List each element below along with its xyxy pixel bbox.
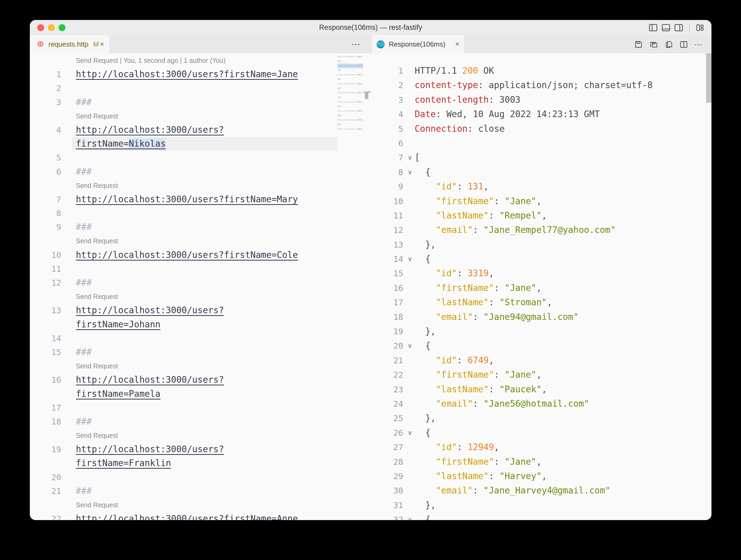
send-request-codelens[interactable]: Send Request <box>76 234 118 248</box>
editor-row: firstName=Franklin <box>30 456 371 470</box>
line-number: 15 <box>372 266 403 281</box>
editor-requests-http[interactable]: Send Request | You, 1 second ago | 1 aut… <box>30 54 371 520</box>
titlebar-separator <box>689 23 690 32</box>
request-url-link[interactable]: http://localhost:3000/users?firstName=Ja… <box>76 69 298 79</box>
line-number: 6 <box>30 165 61 179</box>
save-icon[interactable] <box>634 40 643 49</box>
editor-row: Send Request | You, 1 second ago | 1 aut… <box>30 54 371 67</box>
editor-row: Send Request <box>30 179 371 193</box>
rest-client-icon: {REST}Client <box>377 41 385 49</box>
line-number: 29 <box>372 469 403 483</box>
send-request-codelens[interactable]: Send Request | You, 1 second ago | 1 aut… <box>76 54 226 67</box>
titlebar: Response(106ms) — rest-fastify <box>30 20 712 36</box>
fold-chevron-icon[interactable]: ∨ <box>405 512 415 520</box>
code-token: content-length <box>415 94 489 105</box>
line-number: 23 <box>372 382 403 397</box>
line-number: 30 <box>372 483 403 498</box>
send-request-codelens[interactable]: Send Request <box>76 179 118 193</box>
request-url-link[interactable]: firstName=Franklin <box>76 458 171 468</box>
request-url-link[interactable]: http://localhost:3000/users?firstName=Co… <box>76 250 298 260</box>
code-token: OK <box>478 65 494 76</box>
line-number: 12 <box>372 223 403 237</box>
request-url-link[interactable]: http://localhost:3000/users?firstName=Ma… <box>76 194 298 204</box>
editor-row: 7http://localhost:3000/users?firstName=M… <box>30 193 371 206</box>
more-actions-icon[interactable]: ⋯ <box>694 40 703 49</box>
request-url-link[interactable]: http://localhost:3000/users? <box>76 305 224 316</box>
send-request-codelens[interactable]: Send Request <box>76 498 118 512</box>
more-actions-icon[interactable]: ⋯ <box>351 39 361 50</box>
send-request-codelens[interactable]: Send Request <box>76 290 118 303</box>
code-token: : <box>489 297 499 307</box>
tab-response[interactable]: {REST}Client Response(106ms) × <box>372 35 464 54</box>
request-url-link[interactable]: http://localhost:3000/users? <box>76 374 224 385</box>
line-number: 14 <box>372 252 403 266</box>
line-number: 3 <box>372 93 403 107</box>
code-token: "email" <box>436 485 473 496</box>
copy-response-icon[interactable] <box>665 40 673 49</box>
editor-row: Send Request <box>30 498 371 512</box>
editor-row: 18### <box>30 415 371 428</box>
code-token: : application/json; charset=utf-8 <box>478 80 653 90</box>
request-url-link[interactable]: http://localhost:3000/users?firstName=An… <box>76 513 298 520</box>
close-tab-icon[interactable]: × <box>455 41 459 48</box>
code-token: : <box>457 181 468 192</box>
code-token: "id" <box>436 181 457 192</box>
fold-chevron-icon[interactable]: ∨ <box>405 165 415 180</box>
code-token: , <box>536 283 542 293</box>
line-number: 17 <box>30 401 61 415</box>
right-scrollbar-thumb[interactable] <box>706 54 712 103</box>
minimap[interactable]: http://localhost:3000/users?firstName=Ja… <box>337 55 363 520</box>
fold-chevron-icon[interactable]: ∨ <box>405 426 415 440</box>
code-token: "firstName" <box>436 457 494 467</box>
line-number: 6 <box>372 136 403 150</box>
code-token: : <box>494 196 504 206</box>
editor-response[interactable]: 1HTTP/1.1 200 OK2content-type: applicati… <box>372 54 712 520</box>
request-url-link[interactable]: http://localhost:3000/users? <box>76 125 224 135</box>
tab-requests-http[interactable]: requests.http M × <box>30 35 110 54</box>
minimap-line: ### <box>337 86 363 91</box>
minimap-line: http://localhost:3000/users?firstName=Ma… <box>337 73 363 77</box>
fold-chevron-icon[interactable]: ∨ <box>405 252 415 266</box>
line-number: 27 <box>372 440 403 454</box>
fold-chevron-icon[interactable]: ∨ <box>405 150 415 165</box>
code-token <box>415 485 436 496</box>
fold-chevron-icon[interactable]: ∨ <box>405 339 415 353</box>
code-token: , <box>542 471 547 481</box>
code-token: "Jane" <box>504 283 536 293</box>
line-number: 17 <box>372 295 403 309</box>
request-url-link[interactable]: http://localhost:3000/users? <box>76 444 224 454</box>
editor-row: 17 "lastName": "Stroman", <box>372 295 712 309</box>
editor-row: 26∨ { <box>372 426 712 440</box>
code-token: : <box>489 471 499 481</box>
code-token: { <box>415 427 431 438</box>
code-token: : <box>494 457 504 467</box>
editor-row: 13http://localhost:3000/users? <box>30 303 371 317</box>
send-request-codelens[interactable]: Send Request <box>76 109 118 123</box>
request-url-link[interactable]: firstName=Pamela <box>76 389 160 399</box>
code-token: "email" <box>436 225 473 235</box>
editor-row: 3### <box>30 95 371 109</box>
editor-row: 10http://localhost:3000/users?firstName=… <box>30 248 371 262</box>
request-url-link[interactable]: firstName=Nikolas <box>76 138 166 149</box>
line-number: 5 <box>372 122 403 136</box>
close-tab-icon[interactable]: × <box>100 41 104 48</box>
code-token: : <box>473 485 484 496</box>
code-token <box>415 283 436 293</box>
code-token <box>415 181 436 192</box>
line-number: 24 <box>372 397 403 411</box>
customize-layout-icon[interactable] <box>695 23 704 32</box>
left-scrollbar-thumb[interactable] <box>365 92 368 99</box>
code-token: , <box>536 369 542 380</box>
split-editor-icon[interactable] <box>679 40 688 49</box>
toggle-secondary-sidebar-icon[interactable] <box>674 23 683 32</box>
code-token: : <box>494 369 504 380</box>
line-number: 20 <box>372 339 403 353</box>
save-copy-icon[interactable] <box>649 40 658 49</box>
request-url-link[interactable]: firstName=Johann <box>76 319 160 330</box>
send-request-codelens[interactable]: Send Request <box>76 428 118 442</box>
code-token: Connection <box>415 124 468 134</box>
send-request-codelens[interactable]: Send Request <box>76 359 118 373</box>
toggle-primary-sidebar-icon[interactable] <box>649 23 658 32</box>
toggle-panel-icon[interactable] <box>661 23 670 32</box>
tabbar <box>30 35 712 54</box>
